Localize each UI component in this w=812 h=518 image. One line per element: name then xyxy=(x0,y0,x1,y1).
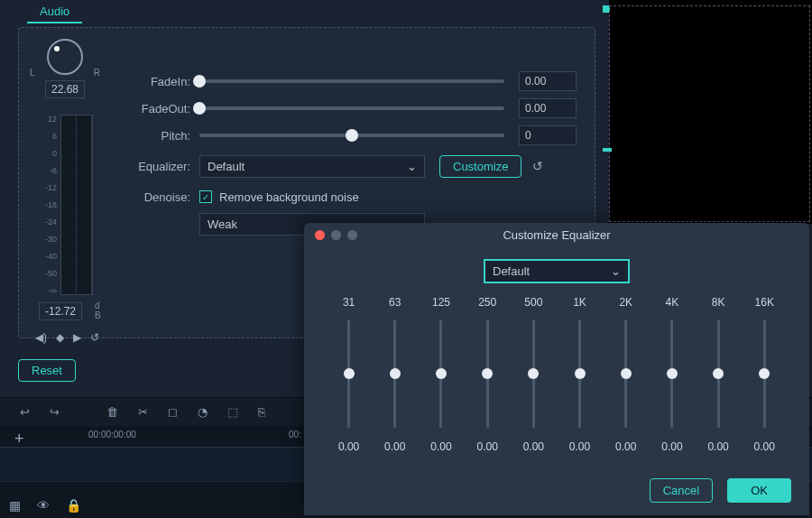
eq-band-slider[interactable] xyxy=(393,319,396,428)
equalizer-preset-value: Default xyxy=(208,160,245,173)
level-value[interactable]: -12.72 xyxy=(39,302,82,320)
eq-band-slider[interactable] xyxy=(578,319,581,428)
eq-band-thumb[interactable] xyxy=(759,368,770,379)
play-icon[interactable]: ▶ xyxy=(73,331,81,344)
pitch-value[interactable]: 0 xyxy=(519,125,577,145)
mute-icon[interactable]: ◀) xyxy=(35,331,47,344)
eq-preset-select[interactable]: Default ⌄ xyxy=(484,259,630,283)
eq-band-slider[interactable] xyxy=(486,319,489,428)
export-frame-icon[interactable]: ⎘ xyxy=(258,405,265,419)
add-track-button[interactable]: + xyxy=(14,430,24,449)
eq-band-freq: 8K xyxy=(700,296,736,309)
eq-band-thumb[interactable] xyxy=(667,368,678,379)
eq-band-slider[interactable] xyxy=(717,319,720,428)
timecode-1: 00: xyxy=(289,430,301,439)
window-minimize-icon[interactable] xyxy=(331,230,341,240)
pitch-label: Pitch: xyxy=(127,129,199,143)
eq-band-thumb[interactable] xyxy=(713,368,724,379)
timecode-0: 00:00:00:00 xyxy=(88,430,136,439)
ok-button[interactable]: OK xyxy=(727,478,791,503)
fadein-thumb[interactable] xyxy=(193,75,206,88)
delete-icon[interactable]: 🗑 xyxy=(106,405,118,419)
fadeout-slider[interactable] xyxy=(199,106,504,110)
chevron-down-icon: ⌄ xyxy=(611,264,621,278)
equalizer-label: Equalizer: xyxy=(127,160,199,173)
pitch-slider[interactable] xyxy=(199,134,504,137)
eq-band-value[interactable]: 0.00 xyxy=(331,440,367,453)
fadein-value[interactable]: 0.00 xyxy=(519,71,577,91)
eq-band-2K: 2K0.00 xyxy=(608,296,644,453)
eq-band-value[interactable]: 0.00 xyxy=(608,440,644,453)
eq-preset-value: Default xyxy=(493,264,530,278)
denoise-checkbox[interactable]: ✓ xyxy=(199,190,212,203)
fadein-label: FadeIn: xyxy=(127,75,199,88)
pan-knob[interactable] xyxy=(47,39,83,75)
preview-selection-outline xyxy=(609,5,810,222)
reset-button[interactable]: Reset xyxy=(18,359,76,382)
level-meter xyxy=(60,115,93,295)
eq-band-freq: 250 xyxy=(469,296,505,309)
eq-band-31: 310.00 xyxy=(331,296,367,453)
eq-band-slider[interactable] xyxy=(670,319,673,428)
pan-value[interactable]: 22.68 xyxy=(45,80,85,98)
eq-band-thumb[interactable] xyxy=(344,368,355,379)
eq-band-thumb[interactable] xyxy=(390,368,401,379)
fadeout-value[interactable]: 0.00 xyxy=(519,98,577,118)
eq-band-thumb[interactable] xyxy=(621,368,632,379)
pan-label-right: R xyxy=(94,68,100,78)
eq-band-thumb[interactable] xyxy=(575,368,586,379)
range-marker[interactable] xyxy=(603,148,612,152)
eq-band-500: 5000.00 xyxy=(515,296,551,453)
customize-equalizer-button[interactable]: Customize xyxy=(439,155,521,178)
eq-band-freq: 63 xyxy=(377,296,413,309)
eq-band-value[interactable]: 0.00 xyxy=(746,440,782,453)
eq-band-slider[interactable] xyxy=(439,319,442,428)
tab-audio[interactable]: Audio xyxy=(27,0,82,23)
eq-band-freq: 1K xyxy=(562,296,598,309)
reset-playback-icon[interactable]: ↺ xyxy=(90,331,99,344)
eq-band-value[interactable]: 0.00 xyxy=(654,440,690,453)
crop-icon[interactable]: ◻ xyxy=(168,405,178,419)
stop-icon[interactable]: ◆ xyxy=(56,331,64,344)
eq-band-thumb[interactable] xyxy=(436,368,447,379)
lock-icon[interactable]: 🔒 xyxy=(66,498,81,513)
eq-band-value[interactable]: 0.00 xyxy=(377,440,413,453)
eq-band-value[interactable]: 0.00 xyxy=(562,440,598,453)
eq-band-slider[interactable] xyxy=(532,319,535,428)
eq-band-value[interactable]: 0.00 xyxy=(515,440,551,453)
fadein-slider[interactable] xyxy=(199,79,504,83)
eq-band-8K: 8K0.00 xyxy=(700,296,736,453)
window-maximize-icon[interactable] xyxy=(347,230,357,240)
level-meter-scale: 126 0-6 -12-18 -24-30 -40-50 -∞ xyxy=(39,115,59,295)
eq-band-thumb[interactable] xyxy=(482,368,493,379)
window-close-icon[interactable] xyxy=(315,230,325,240)
eq-band-slider[interactable] xyxy=(347,319,350,428)
eq-band-value[interactable]: 0.00 xyxy=(700,440,736,453)
eq-band-slider[interactable] xyxy=(763,319,766,428)
eq-band-value[interactable]: 0.00 xyxy=(469,440,505,453)
eq-band-slider[interactable] xyxy=(624,319,627,428)
eq-band-63: 630.00 xyxy=(377,296,413,453)
denoise-strength-value: Weak xyxy=(208,217,237,231)
eq-band-freq: 4K xyxy=(654,296,690,309)
speed-icon[interactable]: ◔ xyxy=(198,405,208,419)
cancel-button[interactable]: Cancel xyxy=(650,478,713,503)
visibility-icon[interactable]: 👁 xyxy=(37,498,50,513)
level-unit: dB xyxy=(95,301,101,320)
fadeout-label: FadeOut: xyxy=(127,102,199,116)
color-icon[interactable]: ⬚ xyxy=(227,405,238,419)
customize-equalizer-dialog: Customize Equalizer Default ⌄ 310.00630.… xyxy=(304,223,809,515)
cut-icon[interactable]: ✂ xyxy=(138,405,148,419)
eq-band-thumb[interactable] xyxy=(528,368,539,379)
eq-band-value[interactable]: 0.00 xyxy=(423,440,459,453)
eq-band-freq: 31 xyxy=(331,296,367,309)
undo-icon[interactable]: ↩ xyxy=(20,405,30,419)
eq-band-1K: 1K0.00 xyxy=(562,296,598,453)
layout-icon[interactable]: ▦ xyxy=(9,498,21,513)
equalizer-reset-icon[interactable]: ↺ xyxy=(532,159,543,173)
fadeout-thumb[interactable] xyxy=(193,102,206,115)
pitch-thumb[interactable] xyxy=(346,129,358,142)
pan-knob-indicator xyxy=(54,46,60,51)
redo-icon[interactable]: ↪ xyxy=(50,405,60,419)
equalizer-preset-select[interactable]: Default ⌄ xyxy=(199,155,425,178)
